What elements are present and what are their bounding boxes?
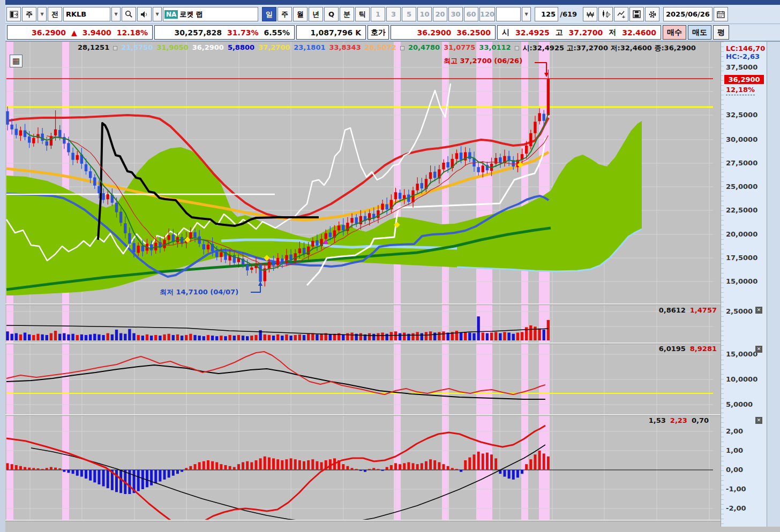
settings-button[interactable] — [645, 7, 659, 21]
panel-close-icon[interactable]: ✕ — [755, 346, 762, 353]
minute-button-120[interactable]: 120 — [479, 7, 495, 21]
window-popout-button[interactable] — [6, 7, 21, 21]
minute-button-20[interactable]: 20 — [433, 7, 447, 21]
period-button-년[interactable]: 년 — [309, 7, 323, 21]
hoga-label: 호가 — [368, 25, 389, 40]
period-button-일[interactable]: 일 — [262, 7, 276, 21]
popout-icon — [10, 11, 18, 18]
change-pct-axis-label: 12,18% — [726, 86, 755, 95]
sound-button[interactable] — [137, 7, 152, 21]
window-titlebar — [5, 0, 780, 5]
current-price: 36.2900 — [32, 28, 66, 37]
amount-value: 1,087,796 K — [310, 28, 361, 37]
volume-field: 30,257,828 31.73% 6.55% — [154, 25, 295, 40]
candle-arrows-icon — [602, 10, 610, 18]
bid-price: 36.2900 — [417, 28, 451, 37]
current-price-axis-box: 36,2900 — [724, 75, 764, 84]
custom-period-dropdown[interactable]: ▼ — [522, 7, 531, 21]
minute-button-30[interactable]: 30 — [448, 7, 463, 21]
current-price-field: 36.2900 ▲ 3.9400 12.18% — [7, 25, 153, 40]
price-axis[interactable]: LC:146,70 HC:-2,63 37,500032,500030,0000… — [721, 42, 767, 527]
week-mode-button[interactable]: 주 — [22, 7, 36, 21]
date-input[interactable]: 2025/06/26 — [663, 7, 712, 21]
prev-symbol-button[interactable]: 전 — [48, 7, 62, 21]
low-label: 저 — [609, 28, 616, 37]
symbol-search-button[interactable] — [122, 7, 136, 21]
axis-tick-label: 0,00 — [726, 466, 743, 474]
line-tool-button[interactable] — [614, 7, 628, 21]
period-button-group: 일주월년Q — [262, 7, 339, 21]
chart-canvas[interactable] — [5, 42, 721, 527]
volume-value: 30,257,828 — [175, 28, 222, 37]
symbol-input[interactable]: RKLB — [63, 7, 110, 21]
search-icon — [125, 10, 133, 18]
axis-tick-label: 27,5000 — [726, 159, 758, 167]
subperiod-button-틱[interactable]: 틱 — [355, 7, 370, 21]
price-change: 3.9400 — [82, 28, 111, 37]
candle-tool-button[interactable] — [598, 7, 613, 21]
symbol-dropdown[interactable]: ▼ — [111, 7, 121, 21]
axis-tick-label: 1,00 — [726, 446, 743, 454]
ohlc-field: 시 32.4925 고 37.2700 저 32.4600 — [497, 25, 661, 40]
axis-tick-label: 17,5000 — [726, 254, 758, 262]
minute-button-10[interactable]: 10 — [417, 7, 432, 21]
hc-value: HC:-2,63 — [726, 52, 760, 60]
axis-tick-label: 2,5000 — [726, 307, 753, 315]
minute-button-3[interactable]: 3 — [386, 7, 401, 21]
exchange-badge: NA — [164, 10, 178, 19]
axis-tick-label: 20,0000 — [726, 230, 758, 238]
stock-name-field[interactable]: NA 로켓 랩 — [163, 7, 258, 21]
won-scale-icon — [586, 11, 595, 18]
chart-region: ▦ 28,125121,575031,905036,29005,880037,2… — [5, 42, 780, 527]
chart-plot-area[interactable] — [5, 42, 721, 527]
minute-button-5[interactable]: 5 — [402, 7, 416, 21]
week-mode-dropdown[interactable]: ▼ — [38, 7, 47, 21]
axis-tick-label: 32,5000 — [726, 111, 758, 119]
save-disk-icon — [633, 10, 641, 18]
ask-price: 36.2500 — [456, 28, 491, 37]
bar-count-input[interactable]: 125 — [535, 7, 558, 21]
bid-ask-field: 36.2900 36.2500 — [391, 25, 496, 40]
minute-button-1[interactable]: 1 — [371, 7, 385, 21]
hts-chart-window: 주 ▼ 전 RKLB ▼ ▼ NA 로켓 랩 일주월년Q 분틱 13510203… — [0, 0, 780, 532]
axis-tick-label: 25,0000 — [726, 183, 758, 191]
axis-tick-label: 15,0000 — [726, 277, 758, 285]
calendar-icon — [717, 11, 725, 18]
stock-name-label: 로켓 랩 — [179, 10, 203, 19]
vol-ratio: 31.73% — [227, 28, 258, 37]
save-button[interactable] — [629, 7, 644, 21]
axis-tick-label: 2,00 — [726, 427, 743, 435]
up-arrow-icon: ▲ — [71, 28, 77, 37]
sound-dropdown[interactable]: ▼ — [153, 7, 162, 21]
sell-button[interactable]: 매도 — [688, 25, 711, 40]
bar-total-label: /619 — [559, 10, 579, 18]
minute-button-group: 13510203060120 — [371, 7, 495, 21]
axis-tick-label: 15,0000 — [726, 350, 758, 358]
speaker-icon — [140, 11, 148, 18]
axis-tick-label: 37,5000 — [726, 63, 758, 71]
custom-period-input[interactable] — [496, 7, 521, 21]
calendar-button[interactable] — [714, 7, 728, 21]
chart-toolbar: 주 ▼ 전 RKLB ▼ ▼ NA 로켓 랩 일주월년Q 분틱 13510203… — [5, 5, 780, 24]
panel-close-icon[interactable]: ✕ — [755, 417, 762, 424]
subperiod-button-group: 분틱 — [340, 7, 370, 21]
subperiod-button-분[interactable]: 분 — [340, 7, 354, 21]
turnover-ratio: 6.55% — [264, 28, 290, 37]
minute-button-60[interactable]: 60 — [464, 7, 478, 21]
grid-toggle-button[interactable]: ▦ — [10, 55, 22, 67]
axis-tick-label: -2,00 — [726, 504, 746, 512]
axis-tick-label: 10,0000 — [726, 375, 758, 383]
open-value: 32.4925 — [515, 28, 550, 37]
price-change-pct: 12.18% — [117, 28, 148, 37]
period-button-Q[interactable]: Q — [324, 7, 339, 21]
low-value: 32.4600 — [622, 28, 656, 37]
amount-field: 1,087,796 K — [296, 25, 366, 40]
price-scale-button[interactable] — [583, 7, 597, 21]
period-button-주[interactable]: 주 — [278, 7, 292, 21]
open-label: 시 — [502, 28, 509, 37]
period-button-월[interactable]: 월 — [293, 7, 308, 21]
avg-button[interactable]: 평 — [713, 25, 729, 40]
buy-button[interactable]: 매수 — [663, 25, 686, 40]
panel-close-icon[interactable]: ✕ — [755, 307, 762, 314]
high-value: 37.2700 — [569, 28, 603, 37]
